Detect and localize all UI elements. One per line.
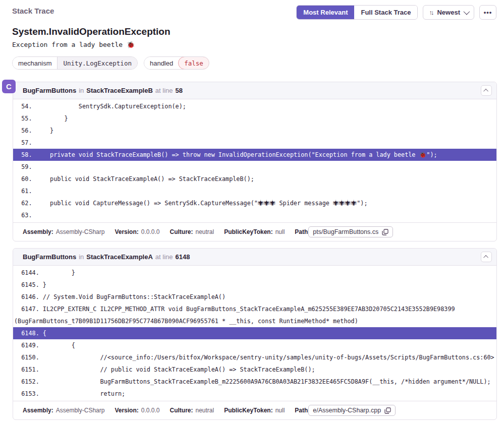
stack-frame: BugFarmButtons in StackTraceExampleB at … <box>13 82 497 241</box>
exception-type: System.InvalidOperationException <box>12 26 488 37</box>
tag-mechanism: mechanism Unity.LogException <box>12 56 138 70</box>
assembly-info: Assembly:Assembly-CSharp Version:0.0.0.0… <box>13 401 496 419</box>
assembly-value: Assembly-CSharp <box>56 407 105 414</box>
stack-trace-panel: Stack Trace Most Relevant Full Stack Tra… <box>0 0 504 426</box>
chevron-up-icon <box>483 89 488 94</box>
collapse-frame-button[interactable] <box>481 252 492 262</box>
tag-handled: handled false <box>144 56 209 70</box>
assembly-info: Assembly:Assembly-CSharp Version:0.0.0.0… <box>13 222 496 241</box>
publickeytoken-label: PublicKeyToken: <box>224 228 272 235</box>
section-title: Stack Trace <box>12 5 54 15</box>
path-value: e/Assembly-CSharp.cpp <box>313 407 381 414</box>
frame-lineno: 58 <box>176 87 183 94</box>
frame-in-label: in <box>79 87 84 94</box>
assembly-label: Assembly: <box>23 407 53 414</box>
path-value-box: e/Assembly-CSharp.cpp <box>308 405 396 416</box>
toolbar: Most Relevant Full Stack Trace ↑↓ Newest… <box>296 5 496 20</box>
frame-function: StackTraceExampleB <box>86 87 153 94</box>
tag-key: mechanism <box>13 57 57 69</box>
version-label: Version: <box>115 407 138 414</box>
frame-function: StackTraceExampleA <box>86 253 153 261</box>
path-value: pts/BugFarmButtons.cs <box>313 228 378 235</box>
version-value: 0.0.0.0 <box>141 407 160 414</box>
culture-label: Culture: <box>170 228 193 235</box>
tag-value: Unity.LogException <box>57 57 137 69</box>
frame-at-label: at line <box>155 253 173 261</box>
code-line: 59. <box>13 161 496 173</box>
culture-value: neutral <box>195 407 214 414</box>
chevron-up-icon <box>483 255 488 260</box>
sort-label: Newest <box>437 9 460 16</box>
assembly-value: Assembly-CSharp <box>56 228 105 235</box>
culture-value: neutral <box>195 228 214 235</box>
publickeytoken-value: null <box>275 228 285 235</box>
view-toggle: Most Relevant Full Stack Trace <box>296 5 418 20</box>
publickeytoken-label: PublicKeyToken: <box>224 407 272 414</box>
path-label: Path: <box>295 407 310 414</box>
code-line: 6153. return; <box>13 388 496 400</box>
exception-message: Exception from a lady beetle 🐞 <box>12 41 488 48</box>
frame-at-label: at line <box>155 87 173 94</box>
code-line: 6146. // System.Void BugFarmButtons::Sta… <box>13 291 496 303</box>
publickeytoken-value: null <box>275 407 285 414</box>
frame-in-label: in <box>79 253 84 261</box>
tag-key: handled <box>144 57 179 69</box>
code-line: 6149. { <box>13 339 496 351</box>
code-line: 6150. //<source_info:/Users/bitfox/Works… <box>13 351 496 363</box>
frame-header[interactable]: BugFarmButtons in StackTraceExampleB at … <box>13 82 496 99</box>
frame-header[interactable]: BugFarmButtons in StackTraceExampleA at … <box>13 249 496 266</box>
chevron-down-icon <box>464 9 470 15</box>
code-line: 6147. IL2CPP_EXTERN_C IL2CPP_METHOD_ATTR… <box>13 303 496 327</box>
stack-trace-content: C BugFarmButtons in StackTraceExampleB a… <box>13 82 497 426</box>
code-line: 6145. } <box>13 279 496 291</box>
code-line: 63. <box>13 209 496 221</box>
csharp-icon: C <box>2 80 16 93</box>
full-stack-trace-button[interactable]: Full Stack Trace <box>354 6 417 19</box>
frame-lineno: 6148 <box>176 253 190 261</box>
top-bar: Stack Trace Most Relevant Full Stack Tra… <box>12 5 496 20</box>
path-label: Path: <box>295 228 310 235</box>
code-context: 54. SentrySdk.CaptureException(e); 55. }… <box>13 99 496 222</box>
tag-list: mechanism Unity.LogException handled fal… <box>12 56 488 70</box>
path-value-box: pts/BugFarmButtons.cs <box>308 226 393 237</box>
code-line: 6151. // public void StackTraceExampleA(… <box>13 363 496 376</box>
most-relevant-button[interactable]: Most Relevant <box>297 6 354 19</box>
sort-arrows-icon: ↑↓ <box>429 9 433 16</box>
code-line: 54. SentrySdk.CaptureException(e); <box>13 100 496 112</box>
code-line: 60. public void StackTraceExampleA() => … <box>13 173 496 185</box>
copy-icon[interactable] <box>384 407 391 414</box>
code-line: 55. } <box>13 112 496 125</box>
code-line: 61. <box>13 185 496 197</box>
sort-dropdown[interactable]: ↑↓ Newest <box>423 5 474 20</box>
tag-value-error: false <box>178 56 209 70</box>
code-line: 6152. BugFarmButtons_StackTraceExampleB_… <box>13 376 496 388</box>
code-context: 6144. } 6145. } 6146. // System.Void Bug… <box>13 266 496 401</box>
code-line-highlighted: 6148. { <box>13 327 496 339</box>
frame-module: BugFarmButtons <box>23 87 76 94</box>
copy-icon[interactable] <box>382 229 388 235</box>
culture-label: Culture: <box>170 407 193 414</box>
version-label: Version: <box>115 228 138 235</box>
code-line: 56. } <box>13 125 496 137</box>
code-line: 62. public void CaptureMessage() => Sent… <box>13 197 496 209</box>
frame-module: BugFarmButtons <box>23 253 76 261</box>
ellipsis-icon: ••• <box>484 9 492 16</box>
assembly-label: Assembly: <box>23 228 53 235</box>
code-line: 6144. } <box>13 267 496 279</box>
version-value: 0.0.0.0 <box>141 228 160 235</box>
collapse-frame-button[interactable] <box>481 85 492 96</box>
code-line: 57. <box>13 137 496 149</box>
more-options-button[interactable]: ••• <box>479 5 496 20</box>
stack-frame: BugFarmButtons in StackTraceExampleA at … <box>13 248 497 420</box>
code-line-highlighted: 58. private void StackTraceExampleB() =>… <box>13 149 496 161</box>
